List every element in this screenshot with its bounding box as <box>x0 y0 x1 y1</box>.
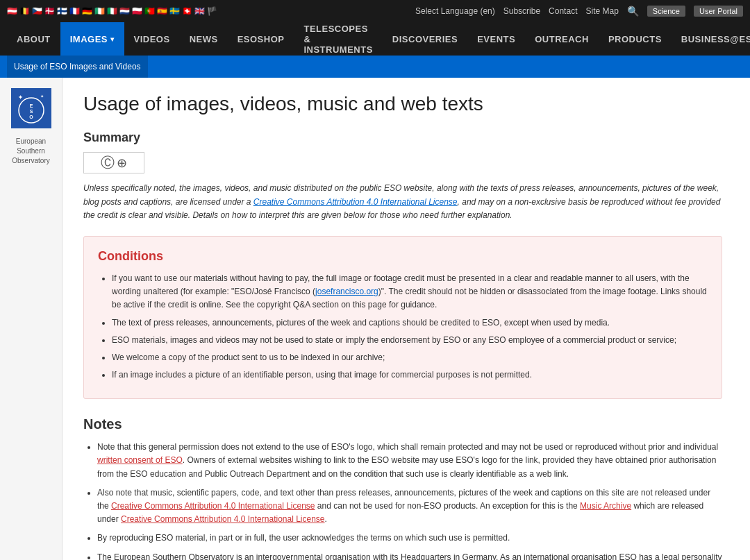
chevron-down-icon: ▾ <box>110 35 115 43</box>
sub-nav: Usage of ESO Images and Videos <box>0 56 750 78</box>
flag-it: 🇮🇹 <box>107 6 117 16</box>
flag-other: 🏴 <box>207 6 217 16</box>
conditions-heading: Conditions <box>98 249 708 264</box>
nav-outreach[interactable]: OUTREACH <box>525 22 599 56</box>
cc-link-notes[interactable]: Creative Commons Attribution 4.0 Interna… <box>111 501 315 511</box>
conditions-box: Conditions If you want to use our materi… <box>83 236 722 399</box>
top-bar-right: Select Language (en) Subscribe Contact S… <box>415 6 743 17</box>
nav-images[interactable]: IMAGES ▾ <box>60 22 124 56</box>
flag-ie: 🇮🇪 <box>94 6 105 16</box>
top-bar: 🇦🇹 🇧🇪 🇨🇿 🇩🇰 🇫🇮 🇫🇷 🇩🇪 🇮🇪 🇮🇹 🇳🇱 🇵🇱 🇵🇹 🇪🇸 🇸… <box>0 0 750 22</box>
cc-by-icon: ⊕ <box>117 155 127 171</box>
main-content: Usage of images, videos, music and web t… <box>62 78 743 560</box>
flag-nl: 🇳🇱 <box>119 6 130 16</box>
subnav-usage[interactable]: Usage of ESO Images and Videos <box>7 56 148 78</box>
nav-products[interactable]: PRODUCTS <box>599 22 672 56</box>
nav-business[interactable]: BUSINESS@ESO <box>672 22 750 56</box>
nav-discoveries[interactable]: DISCOVERIES <box>383 22 467 56</box>
page-title: Usage of images, videos, music and web t… <box>83 92 722 117</box>
summary-text: Unless specifically noted, the images, v… <box>83 182 722 222</box>
flag-be: 🇧🇪 <box>19 6 30 16</box>
note-item-4: The European Southern Observatory is an … <box>97 551 722 560</box>
flag-at: 🇦🇹 <box>7 6 17 16</box>
svg-text:✦: ✦ <box>40 94 44 99</box>
svg-text:S: S <box>29 109 33 114</box>
subscribe-link[interactable]: Subscribe <box>503 6 540 16</box>
cc-icon: Ⓒ <box>101 153 115 172</box>
nav-news[interactable]: NEWS <box>180 22 228 56</box>
conditions-list: If you want to use our materials without… <box>98 272 708 382</box>
nav-about[interactable]: ABOUT <box>7 22 60 56</box>
flag-es: 🇪🇸 <box>157 6 167 16</box>
cc-link-notes2[interactable]: Creative Commons Attribution 4.0 Interna… <box>121 514 325 524</box>
cc-license-link[interactable]: Creative Commons Attribution 4.0 Interna… <box>253 197 458 207</box>
org-name: European Southern Observatory <box>12 137 49 166</box>
flag-pl: 🇵🇱 <box>132 6 142 16</box>
nav-esoshop[interactable]: ESOSHOP <box>228 22 294 56</box>
flag-gb: 🇬🇧 <box>194 6 205 16</box>
flag-dk: 🇩🇰 <box>44 6 55 16</box>
nav-events[interactable]: EVENTS <box>467 22 525 56</box>
note-item-1: Note that this general permission does n… <box>97 441 722 481</box>
josefrancisco-link[interactable]: josefrancisco.org <box>315 287 378 296</box>
condition-item-1: If you want to use our materials without… <box>112 272 708 312</box>
page-layout: ✦ ✦ E S O European Southern Observatory … <box>0 78 750 560</box>
svg-text:✦: ✦ <box>18 94 23 101</box>
notes-heading: Notes <box>83 416 722 432</box>
condition-item-2: The text of press releases, announcement… <box>112 316 708 330</box>
note-item-3: By reproducing ESO material, in part or … <box>97 532 722 545</box>
flag-pt: 🇵🇹 <box>144 6 155 16</box>
user-portal-button[interactable]: User Portal <box>694 6 743 17</box>
language-selector[interactable]: Select Language (en) <box>415 6 495 16</box>
svg-text:O: O <box>29 114 33 119</box>
nav-telescopes[interactable]: TELESCOPES & INSTRUMENTS <box>294 22 382 56</box>
written-consent-link[interactable]: written consent of ESO <box>97 455 183 465</box>
flag-row: 🇦🇹 🇧🇪 🇨🇿 🇩🇰 🇫🇮 🇫🇷 🇩🇪 🇮🇪 🇮🇹 🇳🇱 🇵🇱 🇵🇹 🇪🇸 🇸… <box>7 6 217 16</box>
contact-link[interactable]: Contact <box>549 6 577 16</box>
flag-de: 🇩🇪 <box>82 6 92 16</box>
sidebar: ✦ ✦ E S O European Southern Observatory <box>0 78 62 560</box>
search-icon[interactable]: 🔍 <box>627 6 639 17</box>
flag-fi: 🇫🇮 <box>57 6 67 16</box>
flag-cz: 🇨🇿 <box>32 6 42 16</box>
condition-item-5: If an image includes a picture of an ide… <box>112 368 708 382</box>
sitemap-link[interactable]: Site Map <box>585 6 618 16</box>
flag-se: 🇸🇪 <box>169 6 180 16</box>
science-button[interactable]: Science <box>647 6 685 17</box>
condition-item-3: ESO materials, images and videos may not… <box>112 334 708 347</box>
nav-videos[interactable]: VIDEOS <box>124 22 180 56</box>
eso-logo[interactable]: ✦ ✦ E S O <box>11 88 51 128</box>
condition-item-4: We welcome a copy of the product sent to… <box>112 351 708 364</box>
summary-heading: Summary <box>83 130 722 145</box>
flag-fr: 🇫🇷 <box>69 6 80 16</box>
cc-license-badge[interactable]: Ⓒ ⊕ <box>83 152 144 173</box>
main-nav: ABOUT IMAGES ▾ VIDEOS NEWS ESOSHOP TELES… <box>0 22 750 56</box>
music-archive-link[interactable]: Music Archive <box>580 501 631 511</box>
svg-text:E: E <box>29 103 33 108</box>
note-item-2: Also note that music, scientific papers,… <box>97 486 722 527</box>
notes-list: Note that this general permission does n… <box>83 441 722 560</box>
flag-ch: 🇨🇭 <box>182 6 192 16</box>
